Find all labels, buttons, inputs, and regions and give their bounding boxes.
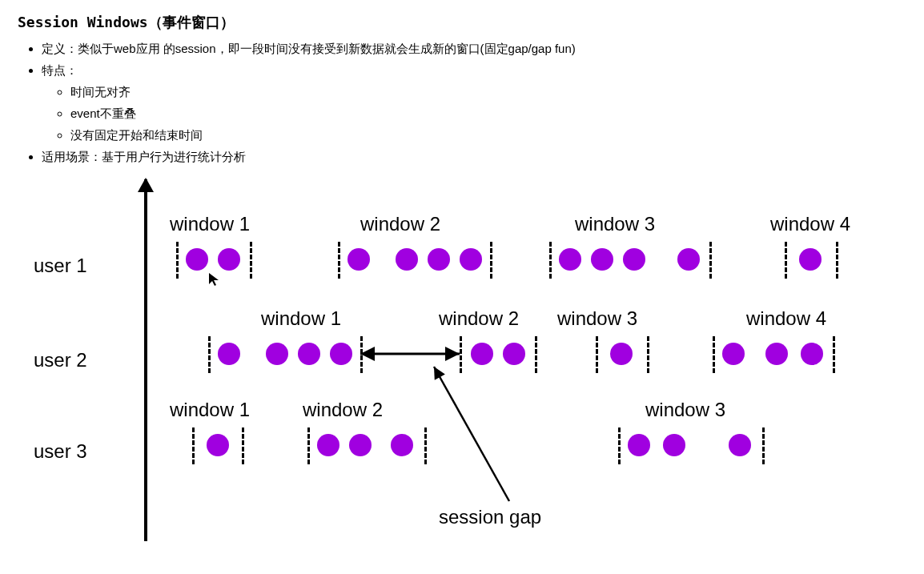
window-label: window 4 xyxy=(746,307,826,330)
bullet-usecase: 适用场景：基于用户行为进行统计分析 xyxy=(42,150,906,165)
window-bracket xyxy=(762,427,765,464)
window-label: window 4 xyxy=(770,213,850,235)
event-dot xyxy=(801,343,823,365)
window-label: window 2 xyxy=(303,399,383,421)
window-bracket xyxy=(338,242,340,279)
window-bracket xyxy=(535,336,537,373)
row-label: user 3 xyxy=(34,440,87,463)
session-gap-label: session gap xyxy=(439,506,541,528)
event-dot xyxy=(503,343,525,365)
window-bracket xyxy=(618,427,621,464)
bullet-list: 定义：类似于web应用 的session，即一段时间没有接受到新数据就会生成新的… xyxy=(27,42,906,165)
event-dot xyxy=(628,434,650,456)
event-dot xyxy=(348,248,370,271)
window-bracket xyxy=(490,242,492,279)
y-axis-arrowhead-icon xyxy=(138,178,154,192)
gap-pointer-line xyxy=(434,367,509,501)
event-dot xyxy=(298,343,320,365)
window-bracket xyxy=(785,242,787,279)
window-label: window 3 xyxy=(557,307,637,330)
window-label: window 1 xyxy=(170,213,250,235)
event-dot xyxy=(317,434,339,456)
window-bracket xyxy=(360,336,363,373)
window-label: window 1 xyxy=(261,307,341,330)
event-dot xyxy=(218,343,240,365)
event-dot xyxy=(722,343,745,365)
event-dot xyxy=(349,434,372,456)
window-bracket xyxy=(549,242,552,279)
event-dot xyxy=(591,248,613,271)
event-dot xyxy=(218,248,240,271)
page-title: Session Windows（事件窗口） xyxy=(18,13,906,32)
event-dot xyxy=(471,343,493,365)
feature-item: event不重叠 xyxy=(70,106,906,122)
window-bracket xyxy=(307,427,310,464)
window-bracket xyxy=(647,336,649,373)
features-sublist: 时间无对齐 event不重叠 没有固定开始和结束时间 xyxy=(50,85,906,143)
window-bracket xyxy=(833,336,835,373)
event-dot xyxy=(207,434,229,456)
event-dot xyxy=(330,343,352,365)
feature-item: 没有固定开始和结束时间 xyxy=(70,128,906,143)
window-bracket xyxy=(424,427,427,464)
event-dot xyxy=(460,248,482,271)
bullet-definition: 定义：类似于web应用 的session，即一段时间没有接受到新数据就会生成新的… xyxy=(42,42,906,57)
window-bracket xyxy=(836,242,838,279)
window-label: window 2 xyxy=(439,307,519,330)
event-dot xyxy=(396,248,418,271)
row-label: user 2 xyxy=(34,349,87,371)
event-dot xyxy=(428,248,450,271)
event-dot xyxy=(729,434,751,456)
window-label: window 2 xyxy=(360,213,440,235)
event-dot xyxy=(663,434,685,456)
window-bracket xyxy=(176,242,179,279)
window-bracket xyxy=(208,336,211,373)
window-bracket xyxy=(596,336,598,373)
window-label: window 3 xyxy=(575,213,655,235)
bullet-features-label: 特点： xyxy=(42,63,78,77)
window-label: window 3 xyxy=(645,399,725,421)
window-bracket xyxy=(250,242,252,279)
window-bracket xyxy=(713,336,715,373)
event-dot xyxy=(186,248,208,271)
session-window-diagram: user 1window 1window 2window 3window 4us… xyxy=(26,179,906,548)
event-dot xyxy=(266,343,288,365)
event-dot xyxy=(765,343,788,365)
event-dot xyxy=(623,248,645,271)
event-dot xyxy=(391,434,413,456)
feature-item: 时间无对齐 xyxy=(70,85,906,100)
bullet-features: 特点： 时间无对齐 event不重叠 没有固定开始和结束时间 xyxy=(42,63,906,143)
window-bracket xyxy=(460,336,462,373)
y-axis xyxy=(144,179,147,541)
window-label: window 1 xyxy=(170,399,250,421)
window-bracket xyxy=(242,427,244,464)
cursor-icon xyxy=(208,272,219,290)
event-dot xyxy=(677,248,700,271)
row-label: user 1 xyxy=(34,255,87,277)
window-bracket xyxy=(709,242,712,279)
window-bracket xyxy=(192,427,195,464)
event-dot xyxy=(799,248,822,271)
event-dot xyxy=(559,248,581,271)
event-dot xyxy=(610,343,633,365)
